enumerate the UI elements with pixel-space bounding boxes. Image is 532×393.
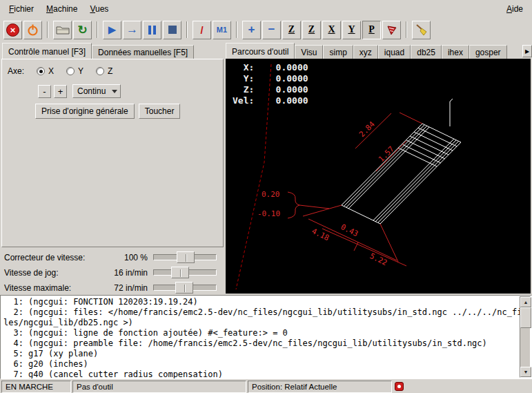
home-all-button[interactable]: Prise d'origine générale bbox=[35, 104, 135, 119]
view-top-icon: Z bbox=[288, 24, 295, 35]
tab-mdi[interactable]: Données manuelles [F5] bbox=[92, 45, 194, 59]
axis-y-option[interactable]: Y bbox=[66, 66, 83, 76]
toolbar-separator bbox=[97, 21, 98, 38]
pause-button[interactable] bbox=[143, 21, 161, 39]
jog-increment-value: Continu bbox=[77, 86, 106, 96]
menu-machine[interactable]: Machine bbox=[40, 1, 83, 17]
zoom-out-icon: − bbox=[268, 23, 275, 37]
radio-axis-y[interactable] bbox=[66, 67, 75, 75]
scrollbar-up-button[interactable]: ▲ bbox=[520, 297, 531, 307]
tab-toolpath[interactable]: Parcours d'outil bbox=[226, 43, 295, 59]
view-perspective-icon: P bbox=[368, 24, 375, 35]
tab-xyz[interactable]: xyz bbox=[353, 45, 378, 59]
toolbar: × ↻ ▶ → / M1 + − Z bbox=[0, 18, 532, 41]
jog-plus-button[interactable]: + bbox=[54, 85, 67, 98]
gcode-line: 7: g40 (cancel cutter radius compensatio… bbox=[3, 370, 518, 379]
tool-status: Pas d'outil bbox=[72, 381, 246, 393]
tab-manual-control[interactable]: Contrôle manuel [F3] bbox=[2, 43, 92, 59]
view-rotated-top-button[interactable]: Z bbox=[302, 21, 321, 39]
slider-handle[interactable] bbox=[177, 251, 195, 263]
tab-db25[interactable]: db25 bbox=[411, 45, 442, 59]
manual-control-panel: Axe: X Y Z - + Continu Prise d'origine g… bbox=[1, 59, 224, 247]
view-perspective-button[interactable]: P bbox=[362, 21, 381, 39]
view-rotated-top-icon: Z bbox=[308, 24, 315, 35]
max-velocity-slider[interactable] bbox=[153, 282, 217, 294]
stop-icon bbox=[168, 26, 177, 34]
axis-x-label: X bbox=[48, 66, 54, 76]
max-velocity-row: Vitesse maximale: 72 in/min bbox=[1, 280, 224, 295]
view-top-button[interactable]: Z bbox=[282, 21, 301, 39]
stop-button[interactable] bbox=[163, 21, 181, 39]
toolbar-separator bbox=[186, 21, 188, 38]
dim-length3-label: 5.22 bbox=[368, 251, 389, 267]
axis-z-option[interactable]: Z bbox=[96, 66, 112, 76]
tab-gosper[interactable]: gosper bbox=[469, 45, 507, 59]
tab-visu[interactable]: Visu bbox=[295, 45, 323, 59]
zoom-in-icon: + bbox=[248, 23, 255, 37]
home-row: Prise d'origine générale Toucher bbox=[35, 104, 180, 119]
feed-override-value: 100 % bbox=[92, 253, 153, 262]
radio-axis-x[interactable] bbox=[37, 67, 45, 75]
position-mode-status: Position: Relatif Actuelle bbox=[248, 381, 392, 393]
zoom-in-button[interactable]: + bbox=[242, 21, 261, 39]
slider-handle[interactable] bbox=[171, 267, 189, 278]
scroll-down-icon: ▼ bbox=[524, 370, 529, 374]
scrollbar-down-button[interactable]: ▼ bbox=[520, 367, 531, 377]
feed-override-label: Correcteur de vitesse: bbox=[4, 253, 92, 262]
jog-speed-slider[interactable] bbox=[153, 267, 217, 278]
optional-stop-icon: M1 bbox=[217, 26, 227, 34]
block-delete-icon: / bbox=[200, 24, 203, 36]
feed-override-slider[interactable] bbox=[153, 251, 217, 263]
dro-readout: X: 0.0000 Y: 0.0000 Z: 0.0000 Vel: 0.000… bbox=[233, 62, 308, 106]
toolpath-preview-canvas[interactable]: 2.84 1.57 0.20 -0.10 4.18 0.43 5.22 X: 0… bbox=[226, 59, 531, 294]
menu-vues[interactable]: Vues bbox=[83, 1, 115, 17]
scroll-up-icon: ▲ bbox=[524, 300, 529, 305]
toolbar-separator bbox=[406, 21, 407, 38]
jog-minus-button[interactable]: - bbox=[38, 85, 51, 98]
touch-off-button[interactable]: Toucher bbox=[139, 104, 181, 119]
axis-row: Axe: X Y Z bbox=[8, 66, 112, 76]
zoom-out-button[interactable]: − bbox=[262, 21, 281, 39]
gcode-line: 6: g20 (inches) bbox=[3, 359, 518, 370]
step-button[interactable]: → bbox=[123, 21, 141, 39]
clear-plot-button[interactable] bbox=[412, 21, 431, 39]
toolbar-separator bbox=[47, 21, 48, 38]
tab-ihex[interactable]: ihex bbox=[442, 45, 469, 59]
dim-depth-bottom-label: -0.10 bbox=[257, 209, 280, 218]
dim-length1-label: 4.18 bbox=[311, 227, 331, 242]
tab-scroll-right-button[interactable]: ▶ bbox=[522, 45, 532, 57]
reload-button[interactable]: ↻ bbox=[73, 21, 92, 39]
jog-speed-value: 16 in/min bbox=[92, 268, 153, 278]
slider-handle[interactable] bbox=[175, 282, 193, 294]
feed-override-row: Correcteur de vitesse: 100 % bbox=[1, 250, 224, 265]
open-file-button[interactable] bbox=[53, 21, 72, 39]
gcode-line: 4: (ngcgui: preamble file: /home/francis… bbox=[3, 338, 518, 349]
jog-increment-dropdown[interactable]: Continu bbox=[72, 84, 121, 98]
scrollbar-thumb[interactable] bbox=[520, 307, 531, 328]
view-front-icon: Y bbox=[348, 24, 355, 35]
radio-axis-z[interactable] bbox=[96, 67, 104, 75]
tab-simp[interactable]: simp bbox=[323, 45, 353, 59]
optional-stop-button[interactable]: M1 bbox=[213, 21, 231, 39]
run-button[interactable]: ▶ bbox=[103, 21, 121, 39]
gcode-line: 2: (ngcgui: files: </home/francis/emc2.5… bbox=[3, 307, 518, 318]
preview-tabs: Parcours d'outil Visu simp xyz iquad db2… bbox=[226, 43, 532, 59]
view-side-button[interactable]: X bbox=[322, 21, 341, 39]
gcode-line: 3: (ngcgui: ligne de fonction ajoutée) #… bbox=[3, 328, 518, 338]
gcode-scrollbar[interactable]: ▲ ▼ bbox=[520, 296, 531, 378]
gcode-listing[interactable]: 1: (ngcgui: FONCTION 120203:19.19.24) 2:… bbox=[0, 295, 532, 379]
view-front-button[interactable]: Y bbox=[342, 21, 361, 39]
dro-y: Y: 0.0000 bbox=[233, 73, 308, 84]
step-icon: → bbox=[126, 23, 138, 37]
left-panel-tabs: Contrôle manuel [F3] Données manuelles [… bbox=[2, 43, 194, 59]
axis-x-option[interactable]: X bbox=[37, 66, 54, 76]
block-delete-button[interactable]: / bbox=[193, 21, 211, 39]
machine-power-button[interactable] bbox=[23, 21, 42, 39]
estop-button[interactable]: × bbox=[3, 21, 22, 39]
tab-iquad[interactable]: iquad bbox=[378, 45, 411, 59]
axis-z-label: Z bbox=[108, 66, 112, 76]
menu-aide[interactable]: Aide bbox=[500, 1, 529, 17]
menu-fichier[interactable]: Fichier bbox=[3, 1, 40, 17]
rotate-view-button[interactable] bbox=[382, 21, 401, 39]
axis-label: Axe: bbox=[8, 66, 24, 76]
